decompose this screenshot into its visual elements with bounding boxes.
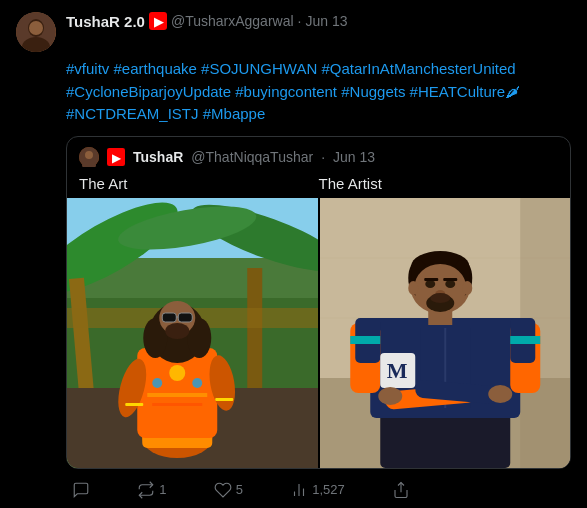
image-labels: The Art The Artist [67,171,570,198]
svg-rect-75 [443,278,457,281]
label-left: The Art [79,175,319,192]
like-count: 5 [236,482,243,497]
hashtag-6[interactable]: #buyingcontent [235,83,337,100]
quoted-time: Jun 13 [333,149,375,165]
quoted-display-name: TushaR [133,149,183,165]
tweet-actions: 1 5 1,527 [16,469,416,503]
image-left[interactable] [67,198,318,468]
avatar[interactable] [16,12,56,52]
share-icon [392,481,410,499]
display-name[interactable]: TushaR 2.0 [66,13,145,30]
views-count: 1,527 [312,482,345,497]
svg-rect-41 [125,403,143,406]
svg-point-26 [192,378,202,388]
quoted-tweet[interactable]: ▶ TushaR @ThatNiqqaTushar · Jun 13 The A… [66,136,571,469]
svg-rect-38 [178,313,192,322]
svg-point-40 [165,323,189,339]
image-right[interactable]: M [320,198,571,468]
tweet-header: TushaR 2.0 ▶ @TusharxAggarwal · Jun 13 [16,12,571,52]
svg-rect-53 [350,336,380,344]
quoted-username: @ThatNiqqaTushar [191,149,313,165]
views-icon [290,481,308,499]
tweet-container: TushaR 2.0 ▶ @TusharxAggarwal · Jun 13 #… [0,0,587,508]
hashtag-1[interactable]: #vfuitv [66,60,109,77]
reply-action[interactable] [66,477,96,503]
separator: · [298,13,302,29]
svg-text:M: M [386,358,407,383]
views-action[interactable]: 1,527 [284,477,351,503]
svg-point-80 [462,281,472,295]
hashtag-9[interactable]: #NCTDREAM_ISTJ [66,105,199,122]
svg-text:▶: ▶ [153,15,163,29]
tweet-time: Jun 13 [305,13,347,29]
hashtag-10[interactable]: #Mbappe [203,105,266,122]
hashtag-4[interactable]: #QatarInAtManchesterUnited [321,60,515,77]
svg-point-24 [169,365,185,381]
hashtag-text: #vfuitv #earthquake #SOJUNGHWAN #QatarIn… [66,58,571,126]
svg-rect-74 [424,278,438,281]
label-right: The Artist [319,175,559,192]
username[interactable]: @TusharxAggarwal [171,13,294,29]
svg-rect-56 [510,336,540,344]
hashtag-3[interactable]: #SOJUNGHWAN [201,60,317,77]
svg-point-64 [488,385,512,403]
images-container: M [67,198,570,468]
tweet-body: #vfuitv #earthquake #SOJUNGHWAN #QatarIn… [66,58,571,126]
reply-icon [72,481,90,499]
svg-point-7 [85,151,93,159]
svg-point-78 [430,293,450,303]
svg-point-79 [408,281,418,295]
hashtag-2[interactable]: #earthquake [114,60,197,77]
svg-point-72 [425,280,435,288]
svg-point-3 [29,21,43,35]
quoted-separator: · [321,149,325,165]
verified-icon: ▶ [149,12,167,30]
like-action[interactable]: 5 [208,477,249,503]
svg-rect-37 [162,313,176,322]
hashtag-8[interactable]: #HEATCulture🌶 [410,83,521,100]
quoted-verified-icon: ▶ [107,148,125,166]
quoted-avatar [79,147,99,167]
quoted-tweet-header: ▶ TushaR @ThatNiqqaTushar · Jun 13 [67,137,570,171]
svg-point-25 [152,378,162,388]
share-action[interactable] [386,477,416,503]
tweet-meta: TushaR 2.0 ▶ @TusharxAggarwal · Jun 13 [66,12,348,30]
retweet-action[interactable]: 1 [131,477,172,503]
retweet-count: 1 [159,482,166,497]
svg-rect-28 [152,403,202,406]
hashtag-5[interactable]: #CycloneBiparjoyUpdate [66,83,231,100]
retweet-icon [137,481,155,499]
name-row: TushaR 2.0 ▶ @TusharxAggarwal · Jun 13 [66,12,348,30]
svg-point-73 [445,280,455,288]
svg-rect-27 [147,393,207,397]
avatar-image [16,12,56,52]
svg-point-63 [378,387,402,405]
hashtag-7[interactable]: #Nuggets [341,83,405,100]
svg-rect-42 [215,398,233,401]
like-icon [214,481,232,499]
